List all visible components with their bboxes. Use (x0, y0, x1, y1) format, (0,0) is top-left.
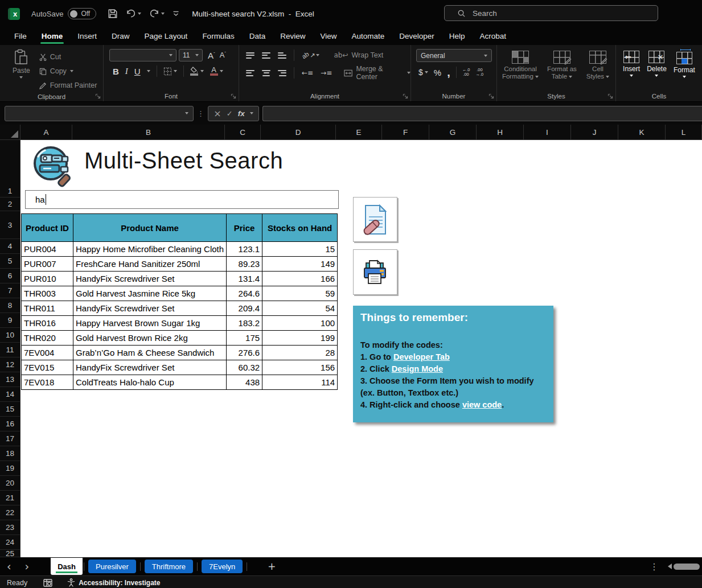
menu-tab-data[interactable]: Data (242, 27, 273, 45)
macro-record-icon[interactable] (43, 579, 52, 587)
save-button[interactable] (108, 9, 118, 19)
bold-button[interactable]: B (113, 67, 119, 76)
cell[interactable]: FreshCare Hand Sanitizer 250ml (73, 257, 227, 272)
scrollbar-thumb[interactable] (674, 564, 700, 570)
comma-style-button[interactable]: , (447, 69, 450, 75)
table-column-header[interactable]: Product ID (22, 214, 73, 242)
row-header-8[interactable]: 8 (0, 298, 20, 313)
top-align-button[interactable] (246, 52, 254, 59)
cell[interactable]: 7EV018 (22, 375, 73, 390)
cell[interactable]: Gold Harvest Jasmine Rice 5kg (73, 286, 227, 301)
orientation-button[interactable]: ab↗ (302, 52, 319, 59)
alignment-dialog-launcher-icon[interactable] (403, 93, 408, 99)
row-header-22[interactable]: 22 (0, 505, 20, 520)
cell[interactable]: 7EV015 (22, 360, 73, 375)
underline-dropdown-icon[interactable] (147, 70, 150, 72)
column-header-B[interactable]: B (72, 125, 225, 140)
menu-tab-formulas[interactable]: Formulas (195, 27, 241, 45)
select-all-button[interactable] (0, 125, 20, 140)
row-header-15[interactable]: 15 (0, 402, 20, 417)
menu-tab-draw[interactable]: Draw (104, 27, 137, 45)
cell[interactable]: THR011 (22, 301, 73, 316)
align-right-button[interactable] (278, 70, 286, 76)
grow-font-button[interactable]: Aˆ (208, 51, 215, 60)
sheet-tab-dash[interactable]: Dash (51, 558, 83, 575)
font-name-select[interactable] (109, 49, 176, 61)
prev-sheet-button[interactable]: ‹ (0, 561, 18, 572)
cell[interactable]: Happy Harvest Brown Sugar 1kg (73, 316, 227, 331)
row-header-18[interactable]: 18 (0, 446, 20, 461)
menu-tab-insert[interactable]: Insert (70, 27, 104, 45)
number-format-select[interactable]: General (416, 49, 492, 62)
bottom-align-button[interactable] (278, 52, 286, 59)
excel-app-icon[interactable]: x (8, 8, 20, 20)
cell[interactable]: 114 (262, 375, 338, 390)
row-header-9[interactable]: 9 (0, 313, 20, 328)
format-cells-button[interactable]: Format (674, 51, 695, 91)
middle-align-button[interactable] (262, 52, 270, 59)
table-column-header[interactable]: Stocks on Hand (262, 214, 338, 242)
cell[interactable]: 28 (262, 346, 338, 360)
paste-button[interactable]: Paste (13, 49, 30, 92)
cell[interactable]: 199 (262, 331, 338, 346)
italic-button[interactable]: I (125, 67, 128, 76)
row-header-23[interactable]: 23 (0, 520, 20, 535)
cell[interactable]: THR016 (22, 316, 73, 331)
column-header-L[interactable]: L (666, 125, 702, 140)
column-header-K[interactable]: K (618, 125, 666, 140)
menu-tab-developer[interactable]: Developer (392, 27, 442, 45)
delete-cells-button[interactable]: ✕ Delete (647, 51, 667, 91)
menu-tab-automate[interactable]: Automate (344, 27, 392, 45)
sheet-tab-7evelyn[interactable]: 7Evelyn (202, 560, 243, 573)
menu-tab-page-layout[interactable]: Page Layout (137, 27, 195, 45)
row-header-2[interactable]: 2 (0, 198, 20, 211)
cut-button[interactable]: Cut (39, 51, 97, 63)
row-header-10[interactable]: 10 (0, 328, 20, 343)
row-header-6[interactable]: 6 (0, 269, 20, 283)
insert-cells-button[interactable]: ⇐ Insert (623, 51, 640, 91)
styles-dialog-launcher-icon[interactable] (607, 93, 613, 99)
insert-function-icon[interactable]: fx (238, 109, 245, 118)
row-header-4[interactable]: 4 (0, 239, 20, 254)
cell-styles-button[interactable]: Cell Styles (583, 51, 613, 91)
customize-qat-button[interactable] (173, 11, 179, 17)
row-header-7[interactable]: 7 (0, 283, 20, 298)
horizontal-scrollbar[interactable] (668, 564, 700, 570)
cell[interactable]: ColdTreats Halo-halo Cup (73, 375, 227, 390)
align-center-button[interactable] (262, 70, 270, 76)
column-header-D[interactable]: D (261, 125, 336, 140)
underline-button[interactable]: U (134, 67, 141, 76)
row-header-11[interactable]: 11 (0, 343, 20, 357)
row-header-13[interactable]: 13 (0, 372, 20, 387)
cell[interactable]: HandyFix Screwdriver Set (73, 360, 227, 375)
decrease-indent-button[interactable]: ←≡ (302, 69, 313, 77)
name-box[interactable] (5, 106, 194, 121)
cell[interactable]: 7EV004 (22, 346, 73, 360)
column-header-C[interactable]: C (225, 125, 261, 140)
merge-dropdown-icon[interactable] (407, 72, 410, 74)
cell[interactable]: 123.1 (227, 242, 262, 257)
fill-color-button[interactable] (190, 67, 204, 76)
cell[interactable]: HandyFix Screwdriver Set (73, 272, 227, 286)
font-size-select[interactable]: 11 (179, 49, 203, 61)
row-header-20[interactable]: 20 (0, 476, 20, 491)
cell[interactable]: 54 (262, 301, 338, 316)
row-header-16[interactable]: 16 (0, 417, 20, 431)
clear-button[interactable] (353, 197, 397, 242)
formula-input[interactable] (262, 106, 702, 121)
menu-tab-acrobat[interactable]: Acrobat (473, 27, 514, 45)
cell[interactable]: 264.6 (227, 286, 262, 301)
shrink-font-button[interactable]: Aˇ (220, 51, 226, 59)
name-box-dropdown-icon[interactable] (185, 112, 188, 114)
cell[interactable]: 15 (262, 242, 338, 257)
increase-indent-button[interactable]: →≡ (321, 69, 332, 77)
column-header-E[interactable]: E (336, 125, 382, 140)
undo-dropdown-icon[interactable] (138, 13, 141, 15)
sheet-canvas[interactable]: 1234567891011121314151617181920212223242… (0, 140, 702, 557)
menu-tab-home[interactable]: Home (34, 27, 71, 45)
percent-style-button[interactable]: % (434, 68, 441, 77)
column-header-I[interactable]: I (524, 125, 571, 140)
cell[interactable]: Happy Home Microfiber Cleaning Cloth (73, 242, 227, 257)
align-left-button[interactable] (246, 70, 254, 76)
cell[interactable]: 438 (227, 375, 262, 390)
